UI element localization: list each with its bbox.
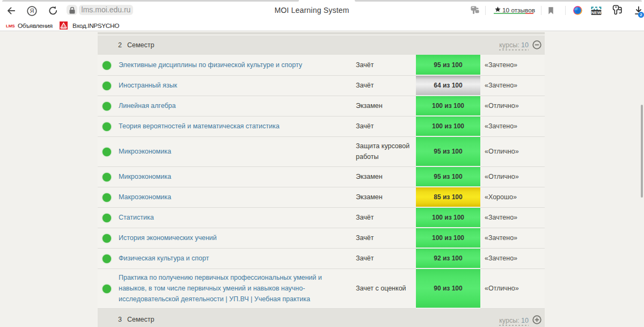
svg-text:Я: Я — [30, 8, 34, 14]
svg-text:NEW: NEW — [591, 10, 602, 15]
